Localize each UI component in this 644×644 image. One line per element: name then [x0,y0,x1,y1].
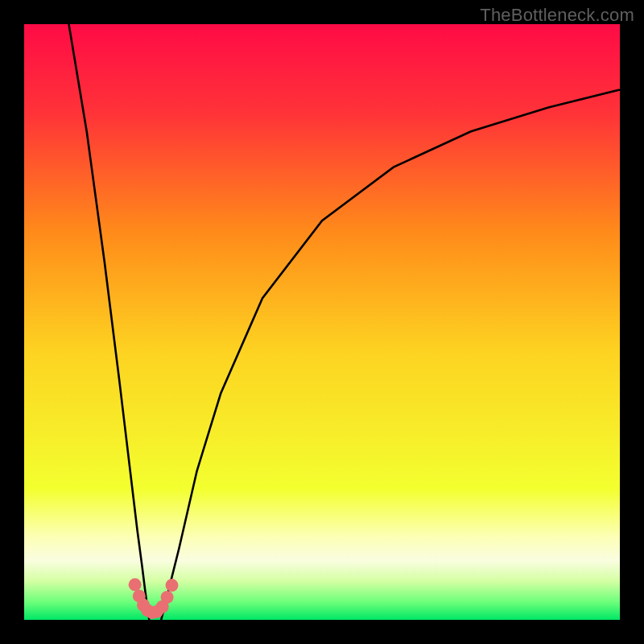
curve-right-branch [161,89,620,620]
chart-frame: TheBottleneck.com [0,0,644,644]
bottleneck-curve [24,24,620,620]
watermark-text: TheBottleneck.com [480,5,634,26]
marker-dot [161,591,174,604]
curve-left-branch [69,24,150,620]
plot-area [24,24,620,620]
marker-dot [129,578,142,591]
curve-bottom-markers [129,578,179,619]
marker-dot [166,579,179,592]
